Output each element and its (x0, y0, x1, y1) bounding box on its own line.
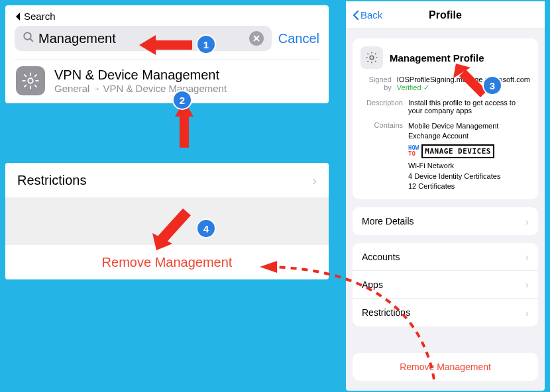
search-result[interactable]: VPN & Device Management General → VPN & … (15, 59, 319, 97)
restrictions-row[interactable]: Restrictions › (5, 163, 329, 197)
clear-icon[interactable] (249, 31, 264, 46)
chevron-right-icon: › (312, 173, 317, 188)
back-label: Search (24, 11, 56, 22)
signed-by-label: Signed by (360, 75, 392, 92)
gear-icon (16, 66, 45, 95)
result-path: General → VPN & Device Management (54, 83, 227, 94)
triangle-left-icon (15, 12, 21, 21)
contains-label: Contains (360, 121, 403, 191)
annotation-arrow-1 (136, 32, 195, 58)
profile-card: Management Profile Signed by IOSProfileS… (353, 38, 538, 199)
step-badge-1: 1 (197, 36, 215, 53)
result-title: VPN & Device Management (54, 68, 227, 83)
more-details-card: More Details › (353, 207, 538, 235)
contains-value: Mobile Device Management Exchange Accoun… (408, 121, 530, 191)
chevron-right-icon: › (525, 307, 529, 318)
annotation-arrow-4 (147, 205, 200, 255)
annotation-dashed-arrow (252, 257, 444, 386)
description-value: Install this profile to get access to yo… (408, 99, 530, 115)
cancel-button[interactable]: Cancel (278, 31, 319, 46)
search-icon (23, 31, 34, 46)
step-badge-4: 4 (197, 220, 215, 237)
svg-point-4 (28, 78, 32, 83)
description-label: Description (360, 99, 403, 115)
step-badge-2: 2 (174, 91, 191, 109)
svg-point-0 (24, 32, 31, 40)
gear-icon (360, 46, 383, 69)
verified-badge: Verified ✓ (397, 83, 429, 91)
chevron-right-icon: › (525, 216, 529, 227)
brand-watermark: HOW TO MANAGE DEVICES (408, 144, 530, 158)
chevron-left-icon (353, 10, 359, 21)
back-button[interactable]: Back (353, 9, 382, 21)
chevron-right-icon: › (525, 251, 529, 262)
back-search[interactable]: Search (15, 11, 319, 22)
step-badge-3: 3 (484, 77, 501, 94)
restrictions-label: Restrictions (17, 173, 86, 188)
nav-bar: Back Profile (346, 1, 545, 29)
page-title: Profile (429, 9, 462, 21)
arrow-right-icon: → (92, 84, 100, 93)
svg-line-1 (30, 38, 33, 42)
chevron-right-icon: › (525, 279, 529, 290)
more-details-row[interactable]: More Details › (353, 207, 538, 235)
svg-point-5 (370, 56, 374, 60)
